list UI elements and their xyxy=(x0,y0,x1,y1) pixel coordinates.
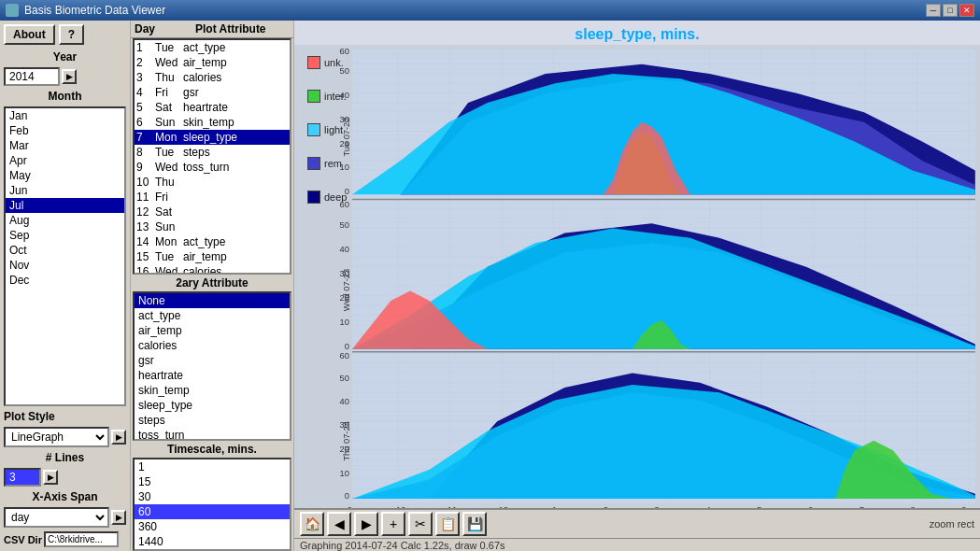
svg-text:11p: 11p xyxy=(447,505,462,508)
day-item[interactable]: 1Tueact_type xyxy=(135,40,290,55)
year-row: ▶ xyxy=(4,67,126,86)
legend-color xyxy=(307,157,320,170)
month-item-dec[interactable]: Dec xyxy=(6,273,124,288)
month-item-jan[interactable]: Jan xyxy=(6,108,124,123)
timescale-item[interactable]: 1440 xyxy=(135,534,290,549)
day-item[interactable]: 16Wedcalories xyxy=(135,264,290,275)
day-item[interactable]: 8Tuesteps xyxy=(135,145,290,160)
plot-style-select[interactable]: LineGraphBarGraph xyxy=(4,427,109,447)
svg-text:6a: 6a xyxy=(808,505,818,508)
maximize-button[interactable]: □ xyxy=(943,4,958,17)
attr-col-header: Plot Attribute xyxy=(192,22,293,35)
day-list-header: Day Plot Attribute xyxy=(131,21,293,38)
csv-label: CSV Dir xyxy=(4,534,42,545)
status-bar: Graphing 2014-07-24 Calc 1.22s, draw 0.6… xyxy=(294,538,980,551)
secondary-item[interactable]: gsr xyxy=(135,353,290,368)
legend-item: deep xyxy=(307,191,347,204)
day-item[interactable]: 10Thu xyxy=(135,175,290,190)
prev-button[interactable]: ◀ xyxy=(327,512,351,536)
app-icon xyxy=(6,4,19,17)
timescale-item[interactable]: 30 xyxy=(135,489,290,504)
x-axis-scroll[interactable]: ▶ xyxy=(111,510,126,525)
year-scroll-btn[interactable]: ▶ xyxy=(62,69,77,84)
svg-text:9a: 9a xyxy=(961,505,972,508)
secondary-item[interactable]: air_temp xyxy=(135,323,290,338)
plot-style-scroll[interactable]: ▶ xyxy=(111,430,126,445)
help-button[interactable]: ? xyxy=(59,24,84,45)
cut-button[interactable]: ✂ xyxy=(408,512,433,536)
legend-color xyxy=(307,56,320,69)
day-item[interactable]: 11Fri xyxy=(135,190,290,205)
timescale-item[interactable]: 360 xyxy=(135,519,290,534)
lines-input[interactable] xyxy=(4,468,41,487)
svg-text:60: 60 xyxy=(340,351,349,360)
svg-text:30: 30 xyxy=(340,269,349,278)
secondary-item[interactable]: steps xyxy=(135,413,290,428)
day-item[interactable]: 14Monact_type xyxy=(135,234,290,249)
month-item-oct[interactable]: Oct xyxy=(6,243,124,258)
csv-input[interactable] xyxy=(44,531,119,547)
svg-text:9p: 9p xyxy=(348,505,357,508)
month-item-jul[interactable]: Jul xyxy=(6,198,124,213)
month-item-sep[interactable]: Sep xyxy=(6,228,124,243)
month-item-nov[interactable]: Nov xyxy=(6,258,124,273)
timescale-item[interactable]: 60 xyxy=(135,504,290,519)
svg-text:5a: 5a xyxy=(757,505,767,508)
about-button[interactable]: About xyxy=(4,24,55,45)
legend-label: light xyxy=(324,124,343,135)
x-axis-select[interactable]: dayweekmonth xyxy=(4,507,109,528)
month-item-apr[interactable]: Apr xyxy=(6,153,124,168)
month-item-mar[interactable]: Mar xyxy=(6,138,124,153)
day-item[interactable]: 13Sun xyxy=(135,219,290,234)
legend-label: deep xyxy=(324,191,347,203)
save-button[interactable]: 💾 xyxy=(462,512,487,536)
next-button[interactable]: ▶ xyxy=(354,512,378,536)
legend-label: rem xyxy=(324,158,342,169)
svg-text:3a: 3a xyxy=(655,505,665,508)
svg-text:0: 0 xyxy=(345,342,349,351)
day-item[interactable]: 4Frigsr xyxy=(135,85,290,100)
titlebar: Basis Biometric Data Viewer ─ □ ✕ xyxy=(0,0,980,21)
timescale-list: 11530603601440 xyxy=(133,458,291,551)
zoom-button[interactable]: + xyxy=(381,512,405,536)
day-item[interactable]: 7Monsleep_type xyxy=(135,130,290,145)
secondary-item[interactable]: toss_turn xyxy=(135,428,290,441)
copy-button[interactable]: 📋 xyxy=(435,512,460,536)
day-item[interactable]: 9Wedtoss_turn xyxy=(135,160,290,175)
chart-svg: Tue 07-22 Wed 07-23 Thu 07-24 0 10 20 30… xyxy=(294,45,980,508)
month-item-aug[interactable]: Aug xyxy=(6,213,124,228)
minimize-button[interactable]: ─ xyxy=(926,4,941,17)
year-input[interactable] xyxy=(4,67,60,86)
timescale-item[interactable]: 1 xyxy=(135,459,290,474)
month-item-jun[interactable]: Jun xyxy=(6,183,124,198)
day-item[interactable]: 3Thucalories xyxy=(135,70,290,85)
legend-color xyxy=(307,90,320,103)
titlebar-controls: ─ □ ✕ xyxy=(926,4,974,17)
month-item-may[interactable]: May xyxy=(6,168,124,183)
day-item[interactable]: 2Wedair_temp xyxy=(135,55,290,70)
day-item[interactable]: 6Sunskin_temp xyxy=(135,115,290,130)
month-section-label: Month xyxy=(4,90,126,103)
legend-color xyxy=(307,123,320,136)
close-button[interactable]: ✕ xyxy=(959,4,974,17)
month-list: JanFebMarAprMayJunJulAugSepOctNovDec xyxy=(4,106,126,406)
day-item[interactable]: 5Satheartrate xyxy=(135,100,290,115)
svg-text:20: 20 xyxy=(340,293,349,303)
app-title: Basis Biometric Data Viewer xyxy=(24,4,165,17)
day-item[interactable]: 12Sat xyxy=(135,205,290,219)
secondary-item[interactable]: sleep_type xyxy=(135,398,290,413)
home-button[interactable]: 🏠 xyxy=(300,512,324,536)
secondary-item[interactable]: skin_temp xyxy=(135,383,290,398)
svg-text:7a: 7a xyxy=(859,505,870,508)
secondary-item[interactable]: None xyxy=(135,293,290,308)
lines-scroll[interactable]: ▶ xyxy=(43,470,58,485)
svg-text:0: 0 xyxy=(345,491,349,501)
secondary-item[interactable]: heartrate xyxy=(135,368,290,383)
month-item-feb[interactable]: Feb xyxy=(6,123,124,138)
timescale-item[interactable]: 15 xyxy=(135,474,290,489)
day-item[interactable]: 15Tueair_temp xyxy=(135,249,290,264)
svg-text:40: 40 xyxy=(340,245,349,254)
secondary-item[interactable]: calories xyxy=(135,338,290,353)
svg-text:60: 60 xyxy=(340,47,349,56)
secondary-item[interactable]: act_type xyxy=(135,308,290,323)
